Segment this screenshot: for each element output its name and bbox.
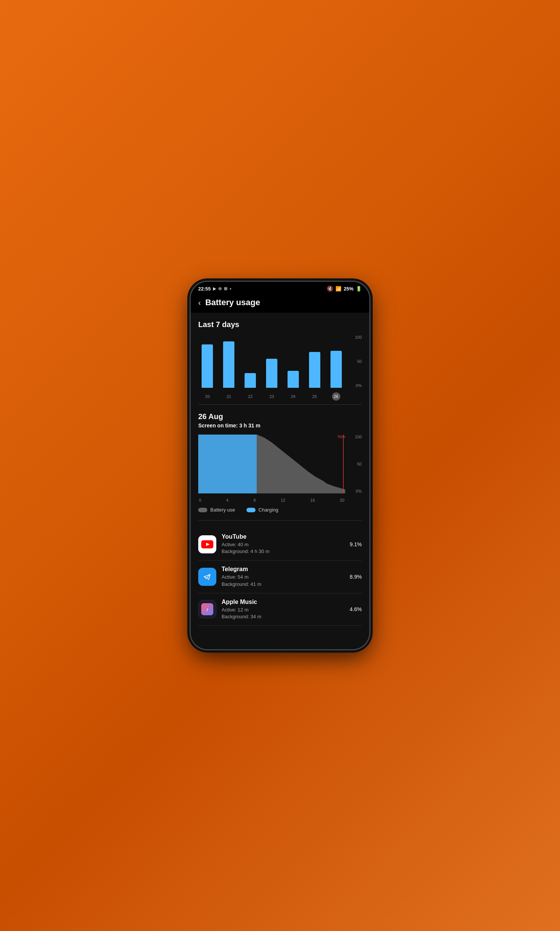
- status-time: 22:55: [198, 286, 211, 292]
- divider-2: [198, 520, 362, 520]
- x-label-20: 20: [205, 394, 209, 399]
- chart-legend: Battery use Charging: [198, 507, 362, 513]
- youtube-app-info: YouTube Active: 40 m Background: 4 h 30 …: [222, 533, 350, 555]
- area-chart-inner: [198, 435, 345, 493]
- x-label-20: 20: [340, 498, 345, 502]
- svg-marker-1: [257, 435, 345, 493]
- page-title: Battery usage: [205, 298, 260, 307]
- wifi-icon: 📶: [335, 286, 342, 292]
- page-header: ‹ Battery usage: [191, 294, 369, 313]
- bar-col-25[interactable]: [305, 352, 324, 388]
- back-button[interactable]: ‹: [198, 298, 201, 307]
- telegram-background: Background: 41 m: [222, 581, 350, 588]
- legend-charging-label: Charging: [258, 507, 278, 513]
- dot-status-icon: ●: [229, 287, 231, 290]
- legend-dot-blue: [246, 508, 255, 512]
- main-content[interactable]: Last 7 days 100 50 0%: [191, 313, 369, 649]
- bar-22: [245, 373, 256, 388]
- bar-col-26[interactable]: [327, 351, 345, 388]
- apple-music-app-name: Apple Music: [222, 599, 350, 605]
- apple-music-app-info: Apple Music Active: 12 m Background: 34 …: [222, 599, 350, 620]
- bar-24: [288, 371, 299, 388]
- apple-music-percent: 4.6%: [350, 606, 362, 612]
- app-item-telegram[interactable]: Telegram Active: 54 m Background: 41 m 8…: [198, 560, 362, 593]
- youtube-svg: [201, 540, 213, 548]
- youtube-app-icon: [198, 535, 216, 553]
- youtube-app-name: YouTube: [222, 533, 350, 540]
- x-label-8: 8: [254, 498, 256, 502]
- x-label-12: 12: [281, 498, 285, 502]
- battery-icon: 🔋: [356, 286, 362, 292]
- telegram-app-icon: [198, 568, 216, 586]
- svg-point-6: [202, 571, 212, 582]
- legend-battery-use: Battery use: [198, 507, 235, 513]
- legend-battery-label: Battery use: [210, 507, 235, 513]
- area-y-100: 100: [355, 435, 362, 439]
- bar-col-22[interactable]: [241, 373, 260, 388]
- youtube-status-icon: ▶: [213, 286, 216, 291]
- area-chart-svg: [198, 435, 345, 493]
- x-label-22: 22: [248, 394, 252, 399]
- telegram-app-name: Telegram: [222, 566, 350, 573]
- apple-music-background: Background: 34 m: [222, 613, 350, 620]
- mute-icon: 🔇: [327, 286, 333, 292]
- area-chart-wrapper: Now 100 50 0% 0 4 8 12 16 20: [198, 435, 362, 502]
- now-label: Now: [338, 435, 345, 439]
- telegram-active: Active: 54 m: [222, 574, 350, 581]
- apple-music-active: Active: 12 m: [222, 607, 350, 613]
- app-item-apple-music[interactable]: ♪ Apple Music Active: 12 m Background: 3…: [198, 593, 362, 626]
- legend-dot-gray: [198, 508, 207, 512]
- weekly-section-title: Last 7 days: [198, 320, 362, 329]
- y-label-0: 0%: [356, 383, 362, 388]
- area-y-50: 50: [357, 462, 362, 466]
- x-label-16: 16: [310, 498, 315, 502]
- bar-26: [331, 351, 342, 388]
- area-y-0: 0%: [356, 489, 362, 493]
- x-label-26-selected: 26: [332, 392, 340, 401]
- app-item-youtube[interactable]: YouTube Active: 40 m Background: 4 h 30 …: [198, 528, 362, 560]
- telegram-svg: [202, 571, 213, 582]
- x-label-0: 0: [199, 498, 201, 502]
- x-label-25: 25: [312, 394, 317, 399]
- day-title: 26 Aug: [198, 412, 362, 421]
- bar-col-24[interactable]: [284, 371, 302, 388]
- bar-23: [266, 359, 277, 388]
- bar-20: [202, 344, 213, 388]
- bar-col-23[interactable]: [263, 359, 281, 388]
- status-bar: 22:55 ▶ ⊖ ⊞ ● 🔇 📶 25% 🔋: [191, 282, 369, 294]
- youtube-percent: 9.1%: [350, 541, 362, 547]
- app-list: YouTube Active: 40 m Background: 4 h 30 …: [198, 528, 362, 626]
- telegram-percent: 8.9%: [350, 574, 362, 580]
- telegram-app-info: Telegram Active: 54 m Background: 41 m: [222, 566, 350, 587]
- weekly-chart-section: Last 7 days 100 50 0%: [198, 320, 362, 397]
- phone-frame: 22:55 ▶ ⊖ ⊞ ● 🔇 📶 25% 🔋 ‹ Battery usage …: [189, 281, 371, 650]
- y-label-50: 50: [357, 359, 362, 364]
- day-detail-section: 26 Aug Screen on time: 3 h 31 m: [198, 412, 362, 513]
- svg-text:♪: ♪: [206, 607, 208, 613]
- bar-chart: [198, 335, 362, 388]
- bar-21: [223, 341, 234, 388]
- legend-charging: Charging: [246, 507, 278, 513]
- apple-music-app-icon: ♪: [198, 600, 216, 618]
- divider-1: [198, 405, 362, 405]
- screenrecord-status-icon: ⊞: [224, 286, 227, 291]
- status-right: 🔇 📶 25% 🔋: [327, 286, 362, 292]
- youtube-background: Background: 4 h 30 m: [222, 548, 350, 555]
- bar-col-21[interactable]: [220, 341, 238, 388]
- apple-music-svg: ♪: [201, 603, 213, 615]
- bar-25: [309, 352, 320, 388]
- svg-marker-0: [198, 435, 257, 493]
- y-label-100: 100: [355, 335, 362, 340]
- x-label-24: 24: [291, 394, 295, 399]
- x-label-23: 23: [269, 394, 274, 399]
- x-label-4: 4: [226, 498, 228, 502]
- screen-time: Screen on time: 3 h 31 m: [198, 423, 362, 429]
- x-label-21: 21: [226, 394, 231, 399]
- bar-col-20[interactable]: [198, 344, 217, 388]
- battery-text: 25%: [344, 286, 354, 292]
- dnd-status-icon: ⊖: [218, 286, 222, 291]
- youtube-active: Active: 40 m: [222, 541, 350, 548]
